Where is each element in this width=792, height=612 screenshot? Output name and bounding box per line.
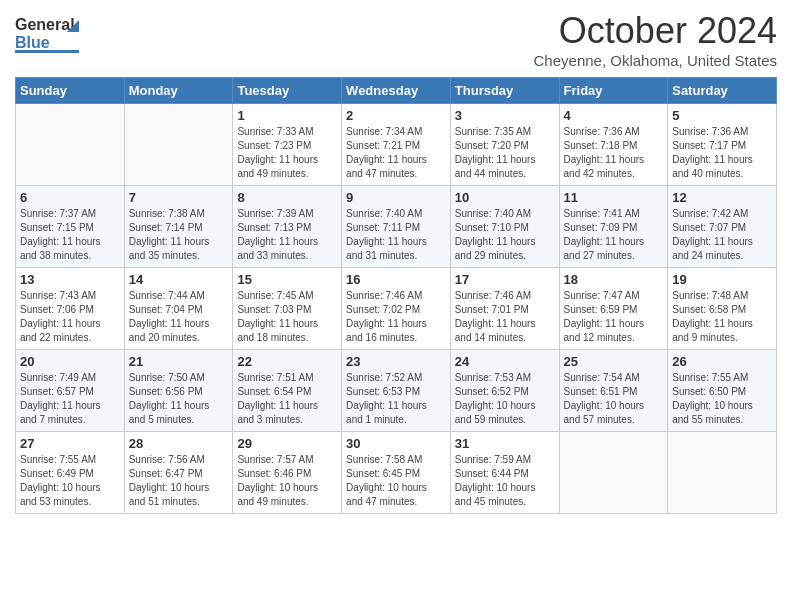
calendar-cell: 14Sunrise: 7:44 AM Sunset: 7:04 PM Dayli… bbox=[124, 268, 233, 350]
calendar-cell: 30Sunrise: 7:58 AM Sunset: 6:45 PM Dayli… bbox=[342, 432, 451, 514]
weekday-monday: Monday bbox=[124, 78, 233, 104]
calendar-cell: 6Sunrise: 7:37 AM Sunset: 7:15 PM Daylig… bbox=[16, 186, 125, 268]
calendar-cell: 27Sunrise: 7:55 AM Sunset: 6:49 PM Dayli… bbox=[16, 432, 125, 514]
logo: General Blue bbox=[15, 10, 85, 60]
title-section: October 2024 Cheyenne, Oklahoma, United … bbox=[534, 10, 777, 69]
calendar-table: SundayMondayTuesdayWednesdayThursdayFrid… bbox=[15, 77, 777, 514]
day-number: 18 bbox=[564, 272, 664, 287]
day-info: Sunrise: 7:45 AM Sunset: 7:03 PM Dayligh… bbox=[237, 289, 337, 345]
day-info: Sunrise: 7:40 AM Sunset: 7:11 PM Dayligh… bbox=[346, 207, 446, 263]
calendar-cell: 24Sunrise: 7:53 AM Sunset: 6:52 PM Dayli… bbox=[450, 350, 559, 432]
day-number: 15 bbox=[237, 272, 337, 287]
day-info: Sunrise: 7:36 AM Sunset: 7:17 PM Dayligh… bbox=[672, 125, 772, 181]
day-info: Sunrise: 7:57 AM Sunset: 6:46 PM Dayligh… bbox=[237, 453, 337, 509]
day-info: Sunrise: 7:46 AM Sunset: 7:02 PM Dayligh… bbox=[346, 289, 446, 345]
day-number: 11 bbox=[564, 190, 664, 205]
weekday-wednesday: Wednesday bbox=[342, 78, 451, 104]
weekday-tuesday: Tuesday bbox=[233, 78, 342, 104]
day-info: Sunrise: 7:53 AM Sunset: 6:52 PM Dayligh… bbox=[455, 371, 555, 427]
day-number: 21 bbox=[129, 354, 229, 369]
day-number: 1 bbox=[237, 108, 337, 123]
calendar-cell: 19Sunrise: 7:48 AM Sunset: 6:58 PM Dayli… bbox=[668, 268, 777, 350]
calendar-cell: 25Sunrise: 7:54 AM Sunset: 6:51 PM Dayli… bbox=[559, 350, 668, 432]
day-info: Sunrise: 7:35 AM Sunset: 7:20 PM Dayligh… bbox=[455, 125, 555, 181]
calendar-cell: 20Sunrise: 7:49 AM Sunset: 6:57 PM Dayli… bbox=[16, 350, 125, 432]
calendar-cell: 3Sunrise: 7:35 AM Sunset: 7:20 PM Daylig… bbox=[450, 104, 559, 186]
day-info: Sunrise: 7:56 AM Sunset: 6:47 PM Dayligh… bbox=[129, 453, 229, 509]
day-info: Sunrise: 7:49 AM Sunset: 6:57 PM Dayligh… bbox=[20, 371, 120, 427]
day-number: 17 bbox=[455, 272, 555, 287]
day-number: 7 bbox=[129, 190, 229, 205]
calendar-cell: 18Sunrise: 7:47 AM Sunset: 6:59 PM Dayli… bbox=[559, 268, 668, 350]
calendar-cell: 2Sunrise: 7:34 AM Sunset: 7:21 PM Daylig… bbox=[342, 104, 451, 186]
day-number: 9 bbox=[346, 190, 446, 205]
weekday-thursday: Thursday bbox=[450, 78, 559, 104]
day-number: 28 bbox=[129, 436, 229, 451]
week-row-1: 1Sunrise: 7:33 AM Sunset: 7:23 PM Daylig… bbox=[16, 104, 777, 186]
day-info: Sunrise: 7:37 AM Sunset: 7:15 PM Dayligh… bbox=[20, 207, 120, 263]
week-row-3: 13Sunrise: 7:43 AM Sunset: 7:06 PM Dayli… bbox=[16, 268, 777, 350]
calendar-cell: 13Sunrise: 7:43 AM Sunset: 7:06 PM Dayli… bbox=[16, 268, 125, 350]
calendar-cell: 23Sunrise: 7:52 AM Sunset: 6:53 PM Dayli… bbox=[342, 350, 451, 432]
day-number: 8 bbox=[237, 190, 337, 205]
day-number: 16 bbox=[346, 272, 446, 287]
calendar-cell bbox=[124, 104, 233, 186]
day-info: Sunrise: 7:36 AM Sunset: 7:18 PM Dayligh… bbox=[564, 125, 664, 181]
calendar-cell: 29Sunrise: 7:57 AM Sunset: 6:46 PM Dayli… bbox=[233, 432, 342, 514]
day-info: Sunrise: 7:41 AM Sunset: 7:09 PM Dayligh… bbox=[564, 207, 664, 263]
weekday-header-row: SundayMondayTuesdayWednesdayThursdayFrid… bbox=[16, 78, 777, 104]
calendar-cell bbox=[559, 432, 668, 514]
calendar-cell: 12Sunrise: 7:42 AM Sunset: 7:07 PM Dayli… bbox=[668, 186, 777, 268]
calendar-cell bbox=[16, 104, 125, 186]
day-info: Sunrise: 7:38 AM Sunset: 7:14 PM Dayligh… bbox=[129, 207, 229, 263]
calendar-cell: 9Sunrise: 7:40 AM Sunset: 7:11 PM Daylig… bbox=[342, 186, 451, 268]
calendar-cell: 7Sunrise: 7:38 AM Sunset: 7:14 PM Daylig… bbox=[124, 186, 233, 268]
calendar-cell: 5Sunrise: 7:36 AM Sunset: 7:17 PM Daylig… bbox=[668, 104, 777, 186]
day-info: Sunrise: 7:55 AM Sunset: 6:50 PM Dayligh… bbox=[672, 371, 772, 427]
day-number: 27 bbox=[20, 436, 120, 451]
calendar-cell: 4Sunrise: 7:36 AM Sunset: 7:18 PM Daylig… bbox=[559, 104, 668, 186]
day-number: 14 bbox=[129, 272, 229, 287]
day-number: 23 bbox=[346, 354, 446, 369]
day-number: 12 bbox=[672, 190, 772, 205]
day-number: 5 bbox=[672, 108, 772, 123]
day-info: Sunrise: 7:54 AM Sunset: 6:51 PM Dayligh… bbox=[564, 371, 664, 427]
month-title: October 2024 bbox=[534, 10, 777, 52]
day-info: Sunrise: 7:43 AM Sunset: 7:06 PM Dayligh… bbox=[20, 289, 120, 345]
svg-text:Blue: Blue bbox=[15, 34, 50, 51]
calendar-cell: 16Sunrise: 7:46 AM Sunset: 7:02 PM Dayli… bbox=[342, 268, 451, 350]
weekday-friday: Friday bbox=[559, 78, 668, 104]
day-info: Sunrise: 7:48 AM Sunset: 6:58 PM Dayligh… bbox=[672, 289, 772, 345]
day-number: 19 bbox=[672, 272, 772, 287]
day-info: Sunrise: 7:58 AM Sunset: 6:45 PM Dayligh… bbox=[346, 453, 446, 509]
day-info: Sunrise: 7:39 AM Sunset: 7:13 PM Dayligh… bbox=[237, 207, 337, 263]
weekday-saturday: Saturday bbox=[668, 78, 777, 104]
day-number: 3 bbox=[455, 108, 555, 123]
week-row-5: 27Sunrise: 7:55 AM Sunset: 6:49 PM Dayli… bbox=[16, 432, 777, 514]
day-info: Sunrise: 7:40 AM Sunset: 7:10 PM Dayligh… bbox=[455, 207, 555, 263]
day-info: Sunrise: 7:42 AM Sunset: 7:07 PM Dayligh… bbox=[672, 207, 772, 263]
calendar-cell: 26Sunrise: 7:55 AM Sunset: 6:50 PM Dayli… bbox=[668, 350, 777, 432]
calendar-cell: 10Sunrise: 7:40 AM Sunset: 7:10 PM Dayli… bbox=[450, 186, 559, 268]
day-number: 25 bbox=[564, 354, 664, 369]
day-number: 13 bbox=[20, 272, 120, 287]
day-number: 30 bbox=[346, 436, 446, 451]
calendar-cell: 31Sunrise: 7:59 AM Sunset: 6:44 PM Dayli… bbox=[450, 432, 559, 514]
header: General Blue October 2024 Cheyenne, Okla… bbox=[15, 10, 777, 69]
day-info: Sunrise: 7:33 AM Sunset: 7:23 PM Dayligh… bbox=[237, 125, 337, 181]
calendar-cell: 15Sunrise: 7:45 AM Sunset: 7:03 PM Dayli… bbox=[233, 268, 342, 350]
day-number: 22 bbox=[237, 354, 337, 369]
weekday-sunday: Sunday bbox=[16, 78, 125, 104]
day-number: 10 bbox=[455, 190, 555, 205]
svg-rect-3 bbox=[15, 50, 79, 53]
day-number: 26 bbox=[672, 354, 772, 369]
logo-icon: General Blue bbox=[15, 10, 85, 60]
calendar-cell: 1Sunrise: 7:33 AM Sunset: 7:23 PM Daylig… bbox=[233, 104, 342, 186]
day-info: Sunrise: 7:47 AM Sunset: 6:59 PM Dayligh… bbox=[564, 289, 664, 345]
calendar-cell: 21Sunrise: 7:50 AM Sunset: 6:56 PM Dayli… bbox=[124, 350, 233, 432]
page-container: General Blue October 2024 Cheyenne, Okla… bbox=[0, 0, 792, 524]
day-number: 20 bbox=[20, 354, 120, 369]
calendar-cell bbox=[668, 432, 777, 514]
day-number: 31 bbox=[455, 436, 555, 451]
location: Cheyenne, Oklahoma, United States bbox=[534, 52, 777, 69]
